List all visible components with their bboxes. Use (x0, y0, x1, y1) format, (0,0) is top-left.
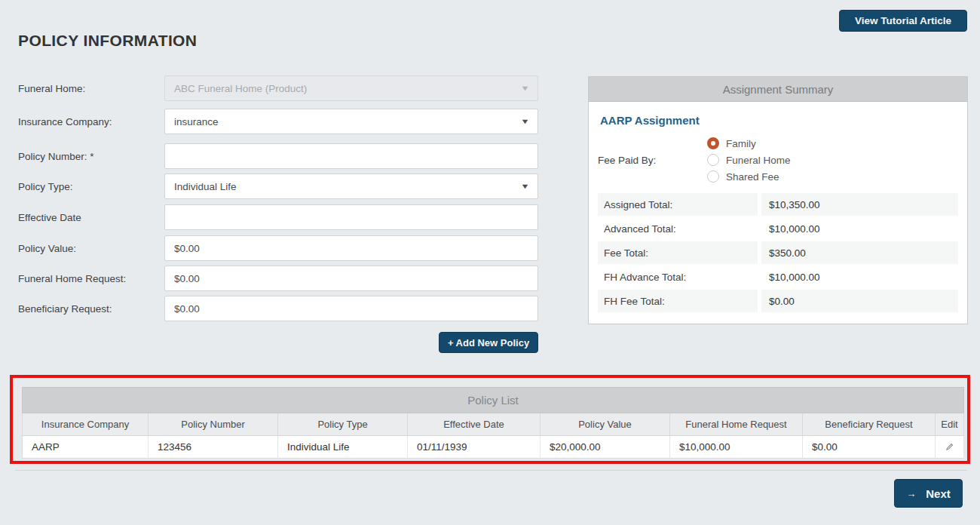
funeral-home-select: ABC Funeral Home (Product) ▼ (164, 75, 538, 101)
column-header-insurance-company: Insurance Company (22, 413, 149, 436)
radio-option-funeral-home[interactable]: Funeral Home (707, 154, 791, 166)
column-header-policy-type: Policy Type (278, 413, 408, 436)
footer-divider (15, 470, 967, 471)
form-row-funeral-home: Funeral Home: ABC Funeral Home (Product)… (18, 75, 540, 101)
form-row-insurance-company: Insurance Company: insurance ▼ (18, 109, 540, 134)
policy-list-table: Policy List Insurance Company Policy Num… (22, 387, 964, 459)
policy-type-value: Individual Life (174, 181, 237, 192)
arrow-right-icon: → (906, 488, 916, 499)
radio-option-family[interactable]: Family (707, 137, 791, 149)
cell-policy-number: 123456 (149, 436, 278, 459)
radio-label: Family (726, 138, 756, 149)
cell-funeral-home-request: $10,000.00 (670, 436, 803, 459)
total-label: Assigned Total: (598, 193, 758, 216)
form-row-funeral-home-request: Funeral Home Request: (18, 266, 540, 291)
chevron-down-icon: ▼ (520, 84, 529, 92)
chevron-down-icon: ▼ (520, 183, 529, 190)
assignment-name-link[interactable]: AARP Assignment (598, 110, 958, 127)
total-value: $10,350.00 (761, 193, 958, 216)
form-row-policy-number: Policy Number: * (18, 143, 540, 169)
add-new-policy-button[interactable]: + Add New Policy (439, 332, 538, 353)
total-label: FH Advance Total: (598, 266, 758, 288)
radio-unselected-icon (707, 154, 719, 166)
policy-number-label: Policy Number: * (18, 143, 161, 169)
total-value: $0.00 (761, 290, 958, 312)
view-tutorial-article-button[interactable]: View Tutorial Article (839, 10, 967, 32)
column-header-edit: Edit (936, 413, 964, 436)
policy-list-header-row: Insurance Company Policy Number Policy T… (22, 413, 964, 436)
funeral-home-request-input[interactable] (164, 266, 538, 291)
radio-option-shared-fee[interactable]: Shared Fee (707, 170, 791, 183)
column-header-beneficiary-request: Beneficiary Request (803, 413, 936, 436)
radio-label: Funeral Home (726, 155, 791, 166)
total-row-assigned: Assigned Total: $10,350.00 (598, 193, 958, 217)
total-value: $10,000.00 (761, 217, 958, 240)
policy-list-title: Policy List (22, 387, 964, 413)
total-row-fh-fee: FH Fee Total: $0.00 (598, 290, 958, 314)
funeral-home-request-label: Funeral Home Request: (18, 266, 161, 291)
form-row-policy-value: Policy Value: (18, 235, 540, 261)
policy-value-input[interactable] (164, 235, 538, 261)
assignment-summary-panel: Assignment Summary AARP Assignment Fee P… (588, 76, 968, 324)
total-row-fh-advance: FH Advance Total: $10,000.00 (598, 266, 958, 290)
page-title: POLICY INFORMATION (18, 32, 197, 50)
total-value: $350.00 (761, 241, 958, 264)
radio-label: Shared Fee (726, 171, 779, 183)
fee-paid-by-row: Fee Paid By: Family Funeral Home Shared … (598, 137, 958, 183)
assignment-summary-body: AARP Assignment Fee Paid By: Family Fune… (589, 102, 967, 324)
policy-value-label: Policy Value: (18, 235, 161, 261)
cell-beneficiary-request: $0.00 (803, 436, 936, 459)
total-row-fee: Fee Total: $350.00 (598, 241, 958, 266)
table-row: AARP 123456 Individual Life 01/11/1939 $… (22, 436, 964, 459)
beneficiary-request-input[interactable] (164, 296, 538, 321)
policy-information-page: View Tutorial Article POLICY INFORMATION… (0, 0, 980, 525)
form-row-effective-date: Effective Date (18, 204, 540, 230)
radio-selected-icon (707, 137, 719, 149)
policy-number-input[interactable] (164, 143, 538, 169)
column-header-funeral-home-request: Funeral Home Request (670, 413, 803, 436)
radio-unselected-icon (707, 170, 719, 183)
fee-paid-by-label: Fee Paid By: (598, 137, 707, 183)
next-button-label: Next (926, 487, 951, 500)
assignment-totals: Assigned Total: $10,350.00 Advanced Tota… (598, 193, 958, 314)
insurance-company-select[interactable]: insurance ▼ (164, 109, 538, 134)
pencil-icon (945, 442, 954, 452)
funeral-home-label: Funeral Home: (18, 75, 161, 101)
total-row-advanced: Advanced Total: $10,000.00 (598, 217, 958, 241)
funeral-home-value: ABC Funeral Home (Product) (174, 83, 307, 94)
policy-type-label: Policy Type: (18, 173, 161, 199)
insurance-company-value: insurance (174, 116, 219, 127)
insurance-company-label: Insurance Company: (18, 109, 161, 134)
total-value: $10,000.00 (761, 266, 958, 288)
form-row-policy-type: Policy Type: Individual Life ▼ (18, 173, 540, 199)
total-label: Advanced Total: (598, 217, 758, 240)
fee-paid-by-radio-group: Family Funeral Home Shared Fee (707, 137, 791, 183)
total-label: Fee Total: (598, 241, 758, 264)
total-label: FH Fee Total: (598, 290, 758, 312)
column-header-policy-number: Policy Number (149, 413, 278, 436)
cell-policy-value: $20,000.00 (541, 436, 670, 459)
effective-date-input[interactable] (164, 204, 538, 230)
next-button[interactable]: → Next (894, 479, 963, 508)
chevron-down-icon: ▼ (520, 118, 529, 125)
effective-date-label: Effective Date (18, 204, 161, 230)
column-header-effective-date: Effective Date (408, 413, 541, 436)
beneficiary-request-label: Beneficiary Request: (18, 296, 161, 321)
cell-insurance-company: AARP (22, 436, 149, 459)
assignment-summary-title: Assignment Summary (589, 77, 967, 102)
cell-effective-date: 01/11/1939 (408, 436, 541, 459)
policy-list-highlight-border: Policy List Insurance Company Policy Num… (10, 375, 970, 464)
edit-policy-button[interactable] (936, 436, 964, 459)
policy-type-select[interactable]: Individual Life ▼ (164, 173, 538, 199)
cell-policy-type: Individual Life (278, 436, 408, 459)
column-header-policy-value: Policy Value (541, 413, 670, 436)
form-row-beneficiary-request: Beneficiary Request: (18, 296, 540, 321)
